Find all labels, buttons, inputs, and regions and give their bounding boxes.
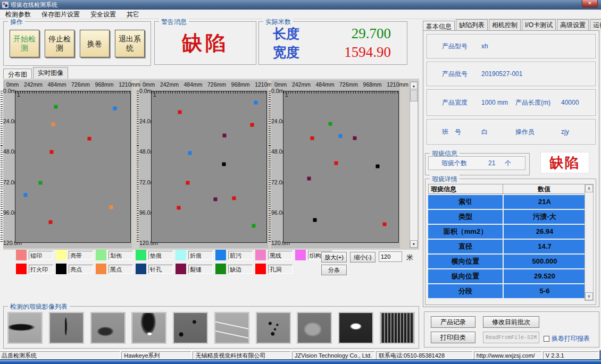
tab-高级设置[interactable]: 高级设置 — [557, 19, 589, 31]
legend-swatch — [176, 264, 186, 274]
product-record-button[interactable]: 产品记录 — [431, 316, 475, 328]
defect-image-list-group: 检测的瑕疵影像列表 — [3, 306, 419, 349]
plot-area[interactable]: 1 — [151, 91, 267, 243]
app-window: 瑕疵在线检测系统 ✕ 检测参数保存图片设置安全设置其它 操作 开始检测停止检测换… — [0, 0, 601, 359]
y-tick-label: 120.0m — [139, 240, 151, 246]
legend-item-划伤: 划伤 — [96, 250, 136, 260]
modify-batch-button[interactable]: 修改目前批次 — [483, 316, 539, 328]
defect-thumbnail-1[interactable] — [8, 312, 42, 343]
table-scroll-down-icon[interactable]: ∨ — [585, 292, 593, 300]
op-button-停止检测[interactable]: 停止检测 — [45, 30, 74, 57]
defect-point-black — [376, 165, 380, 168]
menu-item-安全设置[interactable]: 安全设置 — [85, 10, 121, 19]
y-axis-ticks — [1, 91, 3, 243]
legend-label: 划伤 — [108, 251, 133, 260]
field-value: 40000 — [561, 99, 595, 106]
tab-实时图像[interactable]: 实时图像 — [33, 67, 68, 79]
table-row[interactable]: 分段5-6 — [428, 284, 586, 298]
defect-thumbnail-6[interactable] — [215, 312, 249, 343]
legend-swatch — [136, 250, 146, 260]
x-axis-labels: 0mm242mm484mm726mm968mm1210mm — [6, 81, 140, 89]
tab-基本信息[interactable]: 基本信息 — [423, 21, 455, 31]
table-row[interactable]: 直径14.7 — [428, 240, 586, 253]
defect-thumbnails — [4, 307, 419, 343]
defect-point-red — [178, 110, 182, 114]
y-tick-label: 48.0m — [139, 148, 151, 155]
title-bar: 瑕疵在线检测系统 ✕ — [0, 0, 601, 10]
info-field-box-1: 产品型号xh — [427, 34, 596, 58]
zoom-in-button[interactable]: 放大(+) — [321, 252, 347, 263]
menu-bar: 检测参数保存图片设置安全设置其它 — [0, 10, 601, 19]
table-row[interactable]: 横向位置500.000 — [428, 255, 586, 268]
tab-I/O卡测试[interactable]: I/O卡测试 — [522, 19, 556, 31]
defect-thumbnail-3[interactable] — [91, 312, 125, 343]
defect-point-red — [50, 150, 54, 154]
legend-swatch — [176, 250, 186, 260]
defect-point-purple — [307, 176, 311, 180]
status-segment-7: V 2.3.1 — [543, 351, 599, 359]
table-row[interactable]: 类型污渍-大 — [428, 210, 586, 224]
legend-row-2: 打火印亮点黑点针孔裂缝缺边孔洞 — [16, 264, 295, 274]
y-tick-label: 24.0m — [139, 118, 151, 124]
table-row[interactable]: 纵向位置29.520 — [428, 269, 586, 283]
defect-thumbnail-7[interactable] — [256, 312, 290, 343]
zoom-out-button[interactable]: 缩小(-) — [350, 252, 375, 263]
y-tick-label: 96.0m — [3, 209, 14, 216]
view-tabs: 分布图实时图像 — [3, 68, 69, 79]
tab-运行状态信息[interactable]: 运行状态信息 — [590, 19, 601, 31]
tab-缺陷列表[interactable]: 缺陷列表 — [456, 19, 488, 31]
table-cell: 26.94 — [504, 225, 586, 239]
op-button-开始检测[interactable]: 开始检测 — [10, 30, 39, 57]
table-row[interactable]: 索引21A — [428, 195, 586, 209]
y-tick-label: 72.0m — [3, 179, 14, 185]
y-axis-ticks — [137, 91, 139, 243]
status-segment-1: 品质检测系统 — [0, 351, 120, 359]
x-tick-label: 484mm — [315, 81, 334, 89]
defect-thumbnail-5[interactable] — [173, 312, 207, 343]
field-label: 操作员 — [515, 128, 561, 137]
x-tick-label: 726mm — [339, 81, 358, 89]
windows-taskbar[interactable] — [0, 359, 601, 364]
split-button[interactable]: 分条 — [321, 265, 347, 275]
table-row[interactable]: 面积（mm2）26.94 — [428, 225, 586, 239]
plot-area[interactable]: 1 — [15, 91, 131, 243]
close-button[interactable]: ✕ — [582, 0, 598, 7]
zoom-range-input[interactable] — [379, 251, 402, 262]
x-tick-label: 242mm — [160, 81, 179, 89]
defect-thumbnail-2[interactable] — [49, 312, 84, 343]
print-classify-button[interactable]: 打印归类 — [431, 332, 475, 343]
menu-item-其它[interactable]: 其它 — [121, 10, 145, 19]
meters-group-label: 实际米数 — [263, 18, 293, 27]
operation-group-label: 操作 — [8, 18, 25, 27]
menu-item-保存图片设置[interactable]: 保存图片设置 — [36, 10, 85, 19]
defect-thumbnail-9[interactable] — [339, 312, 373, 343]
scroll-up-icon[interactable]: ▲ — [410, 82, 418, 89]
table-scroll-up-icon[interactable]: ∧ — [585, 184, 593, 192]
y-axis-ticks — [269, 91, 271, 243]
field-label: 产品型号 — [442, 42, 481, 51]
legend-item-针孔: 针孔 — [136, 264, 176, 274]
defect-thumbnail-10[interactable] — [380, 312, 414, 343]
tab-相机控制[interactable]: 相机控制 — [489, 19, 521, 31]
field-label: 产品批号 — [442, 70, 481, 79]
y-tick-label: 120.0m — [271, 240, 282, 246]
defect-point-green — [252, 224, 256, 228]
tab-分布图[interactable]: 分布图 — [3, 69, 32, 79]
table-scrollbar[interactable]: ∧ ∨ — [585, 184, 594, 301]
scroll-down-icon[interactable]: ▼ — [410, 240, 418, 248]
checkbox-icon[interactable] — [544, 336, 549, 342]
defect-thumbnail-8[interactable] — [297, 312, 331, 343]
plots-scrollbar[interactable]: ▲ ▼ — [410, 81, 418, 248]
defect-thumbnail-4[interactable] — [132, 312, 166, 343]
print-on-rollchange-checkbox[interactable]: 换卷打印报表 — [544, 334, 590, 343]
table-header-cell: 瑕疵信息 — [429, 184, 503, 194]
op-button-退出系统[interactable]: 退出系统 — [115, 30, 145, 57]
op-button-换卷[interactable]: 换卷 — [80, 30, 110, 57]
legend-label: 针孔 — [148, 265, 173, 274]
defect-point-green — [54, 105, 57, 108]
plot-area[interactable]: 1 — [283, 91, 399, 243]
scroll-thumb[interactable] — [410, 90, 418, 101]
table-cell: 面积（mm2） — [428, 225, 503, 239]
legend-label: 孔洞 — [268, 265, 293, 274]
meter-value: 1594.90 — [344, 44, 391, 61]
